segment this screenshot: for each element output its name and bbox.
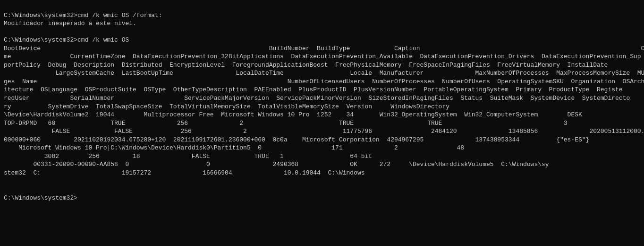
terminal-window[interactable]: C:\Windows\system32>cmd /k wmic OS /form… <box>0 0 644 246</box>
terminal-line-8: ges Name NumberOfLicensedUsers NumberOfP… <box>4 78 640 86</box>
terminal-line-7: LargeSystemCache LastBootUpTime LocalDat… <box>4 69 640 78</box>
terminal-line-1: Modificador inesperado a este nivel. <box>4 19 640 28</box>
terminal-line-13: TOP-DRPMD 60 TRUE 256 2 TRUE TRUE 3 <box>4 119 640 128</box>
terminal-line-0: C:\Windows\system32>cmd /k wmic OS /form… <box>4 11 640 20</box>
terminal-line-10: redUser SerialNumber ServicePackMajorVer… <box>4 94 640 103</box>
terminal-line-20 <box>4 177 640 185</box>
terminal-line-2 <box>4 28 640 36</box>
terminal-line-14: FALSE FALSE 256 2 11775796 2484120 13485… <box>4 127 640 136</box>
terminal-line-17: 3082 256 18 FALSE TRUE 1 64 bit <box>4 152 640 161</box>
terminal-line-12: \Device\HarddiskVolume2 19044 Multiproce… <box>4 111 640 119</box>
terminal-line-22: C:\Windows\system32> <box>4 194 640 202</box>
terminal-line-18: 00331-20090-00000-AA858 0 0 2490368 OK 2… <box>4 160 640 169</box>
terminal-line-16: Microsoft Windows 10 Pro|C:\Windows\Devi… <box>4 144 640 152</box>
terminal-line-9: itecture OSLanguage OSProductSuite OSTyp… <box>4 86 640 94</box>
terminal-line-4: BootDevice BuildNumber BuildType Caption… <box>4 44 640 53</box>
terminal-line-11: ry SystemDrive TotalSwapSpaceSize TotalV… <box>4 103 640 111</box>
terminal-line-21 <box>4 185 640 194</box>
terminal-line-5: me CurrentTimeZone DataExecutionPreventi… <box>4 53 640 61</box>
terminal-line-19: stem32 C: 19157272 16666904 10.0.19044 C… <box>4 169 640 177</box>
terminal-line-15: 000000+060 20211020192034.675280+120 202… <box>4 136 640 144</box>
terminal-line-6: portPolicy Debug Description Distributed… <box>4 61 640 70</box>
terminal-line-3: C:\Windows\system32>cmd /k wmic OS <box>4 36 640 44</box>
